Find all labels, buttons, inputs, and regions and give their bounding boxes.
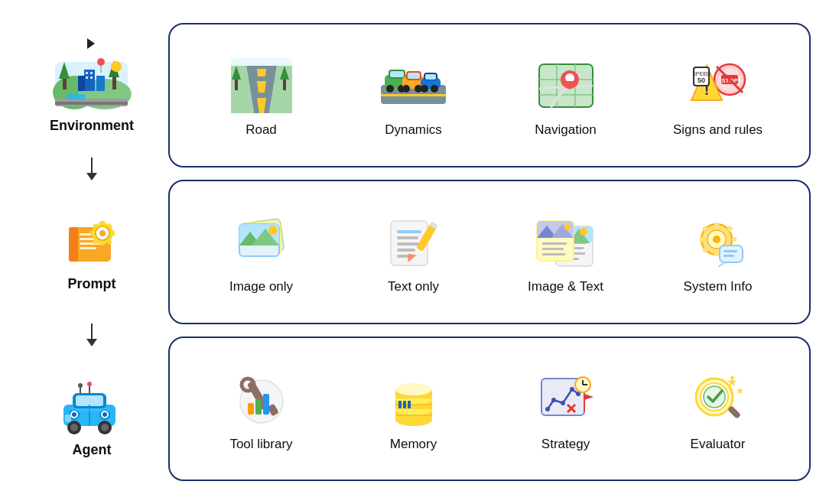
svg-marker-59	[257, 69, 266, 76]
svg-point-171	[545, 407, 550, 411]
svg-point-173	[561, 401, 565, 405]
svg-rect-13	[90, 76, 93, 79]
svg-point-185	[704, 386, 725, 408]
image-only-label: Image only	[229, 279, 293, 294]
svg-point-127	[580, 228, 587, 236]
svg-rect-167	[398, 401, 402, 408]
svg-marker-58	[257, 81, 266, 93]
left-column: Environment	[15, 15, 168, 489]
evaluator-item: ★ ★ ★ Evaluator	[657, 369, 779, 452]
image-only-item: Image only	[200, 212, 323, 294]
svg-rect-54	[71, 408, 109, 411]
memory-item: Memory	[353, 369, 475, 452]
prompt-box: Image only	[168, 180, 811, 324]
svg-point-45	[87, 382, 92, 386]
svg-rect-157	[248, 403, 254, 415]
svg-rect-141	[700, 237, 704, 242]
navigation-icon	[532, 55, 600, 116]
svg-point-76	[402, 85, 410, 93]
svg-rect-114	[397, 249, 415, 252]
svg-point-18	[97, 58, 105, 66]
image-text-label: Image & Text	[528, 279, 603, 294]
navigation-label: Navigation	[535, 122, 596, 138]
svg-rect-15	[55, 102, 128, 105]
svg-rect-39	[76, 395, 103, 406]
svg-rect-112	[397, 236, 418, 239]
strategy-item: Strategy	[505, 369, 627, 452]
system-info-label: System Info	[684, 279, 753, 294]
connector-env-prompt	[15, 158, 168, 180]
road-label: Road	[246, 122, 277, 138]
text-only-label: Text only	[388, 279, 439, 294]
road-item: Road	[200, 55, 323, 138]
svg-rect-64	[283, 80, 286, 90]
svg-point-174	[570, 387, 574, 392]
svg-point-81	[421, 85, 428, 93]
svg-point-17	[111, 61, 122, 72]
svg-rect-139	[714, 223, 719, 227]
agent-box: Tool library	[168, 337, 811, 481]
image-only-icon	[227, 212, 296, 273]
signs-label: Signs and rules	[673, 122, 763, 138]
road-icon	[227, 55, 296, 116]
svg-rect-21	[69, 227, 78, 262]
svg-rect-133	[542, 242, 567, 245]
right-column: Road	[168, 15, 811, 489]
svg-rect-11	[90, 72, 93, 74]
svg-rect-140	[714, 252, 719, 256]
svg-rect-111	[397, 230, 421, 233]
prompt-icon	[57, 212, 126, 273]
tool-library-icon	[227, 369, 296, 431]
image-text-item: Image & Text	[505, 212, 627, 294]
image-text-icon	[532, 212, 600, 273]
main-container: Environment	[15, 15, 811, 489]
svg-text:★: ★	[728, 373, 735, 382]
svg-rect-150	[724, 255, 734, 257]
memory-icon	[379, 369, 448, 431]
svg-rect-8	[96, 76, 105, 91]
svg-rect-149	[724, 250, 737, 252]
system-info-item: System Info	[657, 212, 779, 294]
svg-rect-29	[100, 221, 105, 225]
svg-rect-147	[720, 245, 743, 262]
tool-library-item: Tool library	[200, 369, 323, 452]
svg-rect-62	[235, 80, 238, 90]
svg-rect-67	[381, 94, 446, 96]
svg-marker-182	[584, 394, 593, 400]
svg-marker-148	[718, 262, 727, 267]
left-item-prompt: Prompt	[57, 180, 126, 324]
svg-text:50: 50	[697, 76, 704, 84]
svg-rect-169	[408, 401, 411, 408]
text-only-icon	[379, 212, 448, 273]
svg-rect-134	[542, 248, 564, 250]
strategy-label: Strategy	[541, 437, 590, 452]
arrow-right-icon	[87, 38, 95, 49]
svg-point-28	[99, 230, 106, 236]
svg-rect-80	[425, 74, 436, 80]
svg-point-172	[551, 398, 556, 402]
svg-rect-9	[78, 76, 85, 91]
svg-point-47	[78, 383, 83, 388]
dynamics-item: Dynamics	[353, 55, 475, 138]
svg-point-132	[564, 224, 571, 230]
environment-box: Road	[168, 23, 811, 167]
dynamics-icon	[379, 55, 448, 116]
system-info-icon	[684, 212, 753, 273]
svg-rect-168	[403, 401, 406, 408]
svg-rect-75	[408, 73, 420, 79]
svg-rect-16	[67, 94, 86, 100]
svg-rect-142	[732, 237, 737, 242]
svg-rect-32	[111, 231, 115, 236]
svg-rect-113	[397, 242, 421, 245]
navigation-item: Navigation	[505, 55, 627, 138]
svg-text:SPEED: SPEED	[692, 71, 711, 76]
text-only-item: Text only	[353, 212, 475, 294]
svg-point-49	[70, 424, 78, 431]
svg-point-164	[395, 383, 432, 395]
svg-rect-3	[63, 79, 67, 89]
svg-point-82	[431, 85, 438, 93]
svg-rect-135	[542, 253, 565, 255]
left-item-agent: Agent	[57, 346, 126, 489]
left-item-environment: Environment	[50, 15, 134, 158]
signs-item: STOP ! SPEED 50 Signs and rules	[657, 55, 779, 138]
